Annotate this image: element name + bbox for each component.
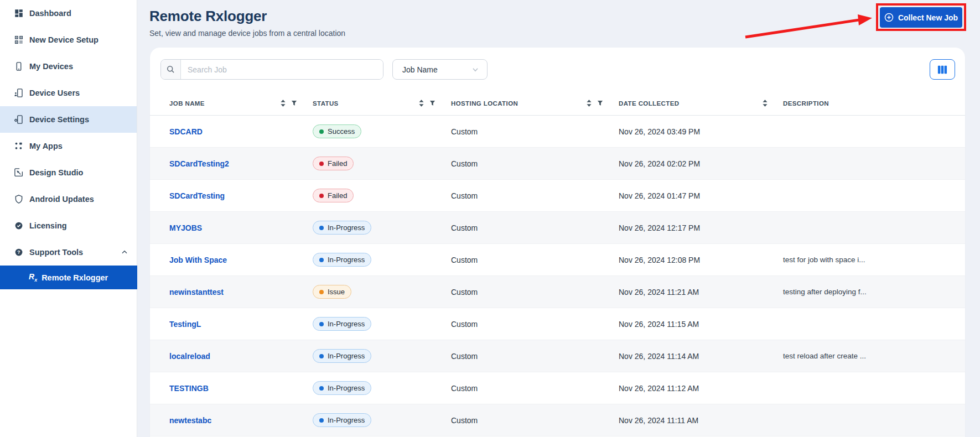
table-body: SDCARD Success Custom Nov 26, 2024 03:49… <box>150 116 965 436</box>
filter-icon[interactable] <box>429 100 435 107</box>
device-settings-icon <box>13 114 24 125</box>
job-name-link[interactable]: SDCardTesting <box>169 191 225 200</box>
sidebar-item-my-devices[interactable]: My Devices <box>0 53 137 80</box>
table-row: TESTINGB In-Progress Custom Nov 26, 2024… <box>150 372 965 404</box>
collect-new-job-button[interactable]: Collect New Job <box>880 7 962 28</box>
table-row: newtestabc In-Progress Custom Nov 26, 20… <box>150 404 965 436</box>
date-collected-cell: Nov 26, 2024 11:12 AM <box>619 384 783 393</box>
description-cell: testing after deploying f... <box>783 288 965 296</box>
sort-icon[interactable] <box>281 100 286 108</box>
column-header-job-name: JOB NAME <box>169 100 313 108</box>
sidebar-item-label: Device Users <box>29 89 80 97</box>
date-collected-cell: Nov 26, 2024 11:14 AM <box>619 352 783 361</box>
columns-icon <box>937 65 948 75</box>
status-badge: In-Progress <box>313 221 371 235</box>
status-label: In-Progress <box>328 384 365 392</box>
hosting-location-cell: Custom <box>451 416 619 425</box>
apps-icon <box>13 141 24 152</box>
table-header: JOB NAME STATUS HOSTING LOCATION <box>150 92 965 116</box>
hosting-location-cell: Custom <box>451 223 619 232</box>
search-job-input[interactable] <box>181 60 383 79</box>
job-name-link[interactable]: newinstanttest <box>169 288 224 296</box>
dashboard-icon <box>13 8 24 19</box>
status-badge: In-Progress <box>313 349 371 363</box>
job-name-link[interactable]: localreload <box>169 352 210 361</box>
sidebar-item-remote-rxlogger[interactable]: Rx Remote Rxlogger <box>0 266 137 289</box>
status-label: Failed <box>328 191 347 200</box>
sidebar-item-device-settings[interactable]: Device Settings <box>0 106 137 133</box>
status-badge: In-Progress <box>313 413 371 427</box>
help-icon: ? <box>13 247 24 258</box>
license-badge-icon <box>13 220 24 231</box>
date-collected-cell: Nov 26, 2024 03:49 PM <box>619 127 783 136</box>
sidebar-item-support-tools[interactable]: ? Support Tools <box>0 239 137 266</box>
table-row: SDCARD Success Custom Nov 26, 2024 03:49… <box>150 116 965 148</box>
rx-icon: Rx <box>29 273 37 283</box>
sidebar-item-design-studio[interactable]: Design Studio <box>0 159 137 186</box>
page-subtitle: Set, view and manage device jobs from a … <box>149 29 345 38</box>
sidebar-item-my-apps[interactable]: My Apps <box>0 133 137 159</box>
sort-icon[interactable] <box>587 100 592 108</box>
smartphone-icon <box>13 61 24 72</box>
status-label: Issue <box>328 288 345 296</box>
table-row: newinstanttest Issue Custom Nov 26, 2024… <box>150 276 965 308</box>
chevron-up-icon[interactable] <box>120 248 129 257</box>
description-cell: test for job with space i... <box>783 256 965 264</box>
column-header-status: STATUS <box>313 100 451 108</box>
job-name-link[interactable]: TestingL <box>169 320 201 329</box>
plus-circle-icon <box>884 13 894 22</box>
status-dot-icon <box>319 258 324 262</box>
date-collected-cell: Nov 26, 2024 02:02 PM <box>619 159 783 168</box>
column-header-date-collected: DATE COLLECTED <box>619 100 783 108</box>
device-user-icon <box>13 87 24 98</box>
table-row: SDCardTesting Failed Custom Nov 26, 2024… <box>150 180 965 212</box>
status-badge: In-Progress <box>313 253 371 267</box>
filter-icon[interactable] <box>597 100 603 107</box>
sidebar-item-label: New Device Setup <box>29 35 98 44</box>
app-window: Dashboard New Device Setup My Devices <box>0 0 980 437</box>
job-name-filter-dropdown[interactable]: Job Name <box>392 59 488 80</box>
sort-icon[interactable] <box>419 100 424 108</box>
status-badge: Failed <box>313 157 354 170</box>
sidebar-item-licensing[interactable]: Licensing <box>0 212 137 239</box>
design-studio-icon <box>13 167 24 178</box>
status-dot-icon <box>319 418 324 423</box>
job-name-link[interactable]: TESTINGB <box>169 384 209 393</box>
job-name-link[interactable]: SDCardTesting2 <box>169 159 229 168</box>
table-row: MYJOBS In-Progress Custom Nov 26, 2024 1… <box>150 212 965 244</box>
status-dot-icon <box>319 194 324 198</box>
filter-icon[interactable] <box>291 100 297 107</box>
status-label: In-Progress <box>328 416 365 424</box>
qr-code-icon <box>13 34 24 45</box>
sidebar-item-label: Dashboard <box>29 9 71 18</box>
job-name-link[interactable]: MYJOBS <box>169 223 202 232</box>
status-badge: Success <box>313 124 361 138</box>
date-collected-cell: Nov 26, 2024 11:11 AM <box>619 416 783 425</box>
sidebar: Dashboard New Device Setup My Devices <box>0 0 137 437</box>
column-settings-button[interactable] <box>930 59 955 80</box>
status-dot-icon <box>319 162 324 166</box>
sidebar-item-dashboard[interactable]: Dashboard <box>0 0 137 27</box>
sidebar-item-device-users[interactable]: Device Users <box>0 80 137 106</box>
search-job-group <box>160 59 383 80</box>
status-label: In-Progress <box>328 223 365 232</box>
status-dot-icon <box>319 386 324 391</box>
hosting-location-cell: Custom <box>451 288 619 296</box>
sidebar-item-label: Remote Rxlogger <box>42 273 108 282</box>
status-label: In-Progress <box>328 256 365 264</box>
main-content: Remote Rxlogger Set, view and manage dev… <box>137 0 980 437</box>
job-name-link[interactable]: newtestabc <box>169 416 211 425</box>
shield-icon <box>13 194 24 205</box>
sort-icon[interactable] <box>763 100 768 108</box>
sidebar-item-new-device-setup[interactable]: New Device Setup <box>0 27 137 53</box>
sidebar-item-label: My Apps <box>29 142 63 150</box>
column-header-description: DESCRIPTION <box>783 100 965 107</box>
status-dot-icon <box>319 322 324 326</box>
sidebar-item-android-updates[interactable]: Android Updates <box>0 186 137 212</box>
table-row: Job With Space In-Progress Custom Nov 26… <box>150 244 965 276</box>
status-dot-icon <box>319 226 324 230</box>
status-label: Success <box>328 127 355 136</box>
date-collected-cell: Nov 26, 2024 12:08 PM <box>619 256 783 264</box>
job-name-link[interactable]: Job With Space <box>169 256 227 264</box>
job-name-link[interactable]: SDCARD <box>169 127 203 136</box>
